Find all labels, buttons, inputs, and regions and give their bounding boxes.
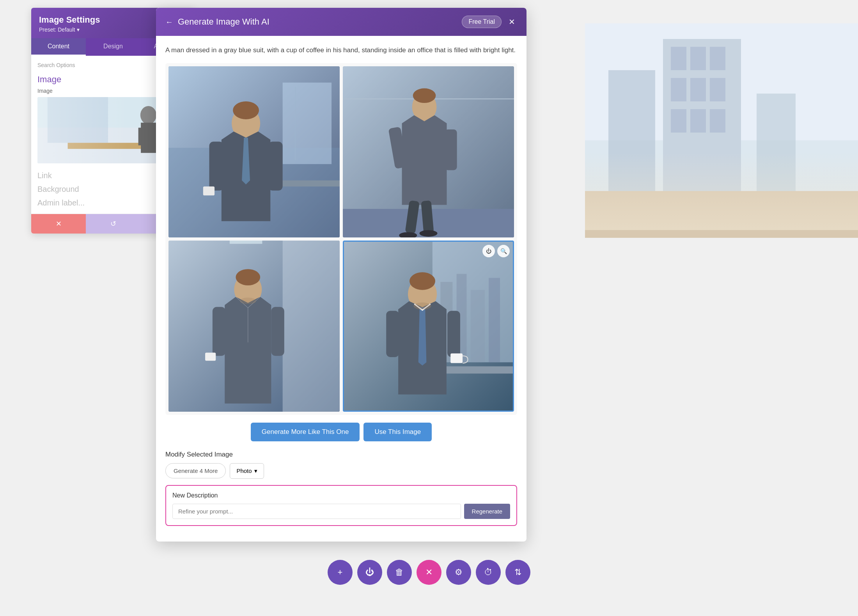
toolbar-history-button[interactable]: ⏱ xyxy=(476,560,501,585)
svg-rect-10 xyxy=(690,109,706,133)
prompt-text: A man dressed in a gray blue suit, with … xyxy=(165,45,517,55)
toolbar-settings-button[interactable]: ⚙ xyxy=(446,560,471,585)
grid-image-2[interactable] xyxy=(343,66,514,237)
bottom-toolbar: + ⏻ 🗑 ✕ ⚙ ⏱ ⇅ xyxy=(328,560,530,585)
svg-rect-60 xyxy=(489,278,500,362)
adjust-icon: ⇅ xyxy=(514,567,521,577)
close-icon: ✕ xyxy=(425,567,433,577)
svg-point-67 xyxy=(413,302,431,310)
tab-content[interactable]: Content xyxy=(31,38,86,56)
svg-rect-20 xyxy=(141,123,156,153)
svg-rect-51 xyxy=(271,307,284,356)
close-button[interactable]: ✕ xyxy=(506,16,517,27)
svg-rect-11 xyxy=(710,109,725,133)
svg-rect-21 xyxy=(138,128,145,145)
modal-body: A man dressed in a gray blue suit, with … xyxy=(156,36,526,542)
grid-image-4[interactable]: ⏻ 🔍 xyxy=(343,241,514,412)
svg-rect-47 xyxy=(283,241,340,412)
svg-rect-9 xyxy=(671,109,686,133)
svg-rect-48 xyxy=(230,241,262,244)
generate-image-modal: ← Generate Image With AI Free Trial ✕ A … xyxy=(156,8,526,542)
background-image-area xyxy=(585,23,858,238)
toolbar-close-button[interactable]: ✕ xyxy=(417,560,441,585)
free-trial-badge[interactable]: Free Trial xyxy=(462,16,502,28)
grid-image-3[interactable] xyxy=(168,241,340,412)
trash-icon: 🗑 xyxy=(395,567,404,577)
svg-rect-12 xyxy=(585,191,858,238)
new-desc-input-row: Regenerate xyxy=(172,504,510,519)
image-overlay-icons: ⏻ 🔍 xyxy=(482,245,510,257)
modify-controls: Generate 4 More Photo ▾ xyxy=(165,463,517,479)
svg-rect-13 xyxy=(608,70,655,191)
svg-rect-64 xyxy=(447,311,460,357)
tab-design[interactable]: Design xyxy=(86,38,140,56)
modal-title: Generate Image With AI xyxy=(178,17,269,27)
svg-point-66 xyxy=(410,272,435,290)
svg-point-19 xyxy=(140,106,156,124)
modify-title: Modify Selected Image xyxy=(165,451,517,458)
cancel-button[interactable]: ✕ xyxy=(31,214,86,234)
svg-rect-32 xyxy=(203,186,214,195)
grid-image-1[interactable] xyxy=(168,66,340,237)
modal-header-right: Free Trial ✕ xyxy=(462,16,517,28)
toolbar-power-button[interactable]: ⏻ xyxy=(357,560,382,585)
add-icon: + xyxy=(338,567,343,577)
modify-section: Modify Selected Image Generate 4 More Ph… xyxy=(165,451,517,479)
svg-rect-26 xyxy=(283,82,332,164)
undo-button[interactable]: ↺ xyxy=(86,214,140,234)
modal-header: ← Generate Image With AI Free Trial ✕ xyxy=(156,8,526,36)
toolbar-adjust-button[interactable]: ⇅ xyxy=(505,560,530,585)
svg-rect-17 xyxy=(48,97,108,143)
modal-header-left: ← Generate Image With AI xyxy=(165,17,269,27)
svg-rect-27 xyxy=(295,87,296,160)
svg-point-44 xyxy=(420,230,438,237)
back-arrow-icon[interactable]: ← xyxy=(165,18,173,27)
svg-rect-50 xyxy=(213,307,225,356)
svg-rect-8 xyxy=(710,78,725,101)
svg-rect-4 xyxy=(690,47,706,70)
svg-rect-3 xyxy=(671,47,686,70)
zoom-overlay-icon[interactable]: 🔍 xyxy=(497,245,510,257)
panel-title-text: Image Settings xyxy=(39,15,100,25)
svg-rect-7 xyxy=(690,78,706,101)
gear-icon: ⚙ xyxy=(455,567,463,577)
image-grid: ⏻ 🔍 xyxy=(165,63,517,415)
svg-rect-6 xyxy=(671,78,686,101)
regenerate-button[interactable]: Regenerate xyxy=(464,504,510,519)
svg-rect-59 xyxy=(471,290,485,362)
new-description-section: New Description Regenerate xyxy=(165,485,517,526)
svg-rect-31 xyxy=(268,142,283,190)
clock-icon: ⏱ xyxy=(484,567,493,577)
toolbar-delete-button[interactable]: 🗑 xyxy=(387,560,412,585)
svg-point-33 xyxy=(233,101,259,119)
power-icon: ⏻ xyxy=(365,567,374,577)
svg-rect-65 xyxy=(450,353,463,363)
new-description-title: New Description xyxy=(172,492,510,499)
photo-type-select[interactable]: Photo ▾ xyxy=(230,463,264,479)
svg-rect-18 xyxy=(68,143,159,149)
generate-4-more-button[interactable]: Generate 4 More xyxy=(165,463,226,478)
svg-rect-63 xyxy=(386,311,399,357)
svg-point-54 xyxy=(240,297,256,304)
svg-rect-30 xyxy=(209,142,224,190)
svg-rect-52 xyxy=(205,352,216,361)
svg-point-53 xyxy=(236,269,260,285)
new-description-input[interactable] xyxy=(172,504,461,519)
use-image-button[interactable]: Use This Image xyxy=(363,423,432,441)
generate-more-button[interactable]: Generate More Like This One xyxy=(251,423,360,441)
svg-rect-14 xyxy=(757,94,796,191)
svg-rect-40 xyxy=(445,129,457,170)
toolbar-add-button[interactable]: + xyxy=(328,560,353,585)
svg-rect-5 xyxy=(710,47,725,70)
svg-point-45 xyxy=(413,88,436,103)
action-buttons-row: Generate More Like This One Use This Ima… xyxy=(165,423,517,441)
power-overlay-icon[interactable]: ⏻ xyxy=(482,245,495,257)
